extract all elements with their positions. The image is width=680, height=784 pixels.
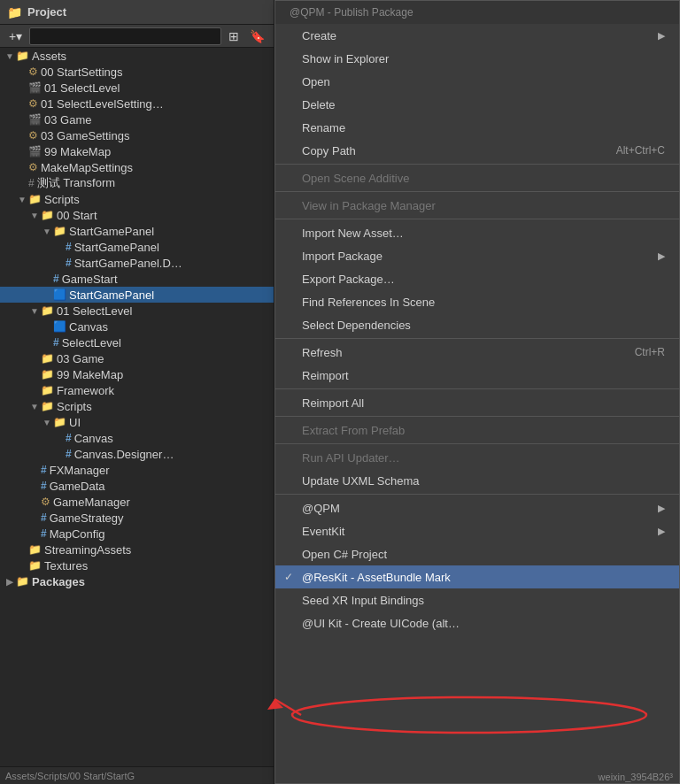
view-package-manager-label: View in Package Manager [302,199,436,212]
menu-item-delete[interactable]: Delete [275,93,679,116]
menu-item-refresh[interactable]: Refresh Ctrl+R [275,341,679,364]
open-label: Open [302,75,330,88]
tree-item[interactable]: ▼📁00 Start [0,207,274,223]
tree-item[interactable]: #测试 Transform [0,175,274,191]
menu-item-ui-kit[interactable]: @UI Kit - Create UICode (alt… [275,611,679,634]
export-package-label: Export Package… [302,273,395,286]
checkmark-icon: ✓ [284,571,293,583]
tree-item[interactable]: ▼📁UI [0,414,274,430]
tree-item[interactable]: 🎬03 Game [0,111,274,127]
menu-item-open-cs-project[interactable]: Open C# Project [275,542,679,565]
create-label: Create [302,29,336,42]
tree-item[interactable]: #GameStrategy [0,510,274,526]
menu-item-export-package[interactable]: Export Package… [275,267,679,290]
tree-item[interactable]: #Canvas.Designer… [0,446,274,462]
menu-item-import-package[interactable]: Import Package ▶ [275,244,679,267]
folder-icon: 📁 [7,5,22,19]
qpm-label: @QPM [302,502,340,515]
tree-item[interactable]: ⚙00 StartSettings [0,64,274,80]
tree-item[interactable]: #SelectLevel [0,334,274,350]
search-input[interactable] [29,27,221,45]
menu-item-create[interactable]: Create ▶ [275,24,679,47]
tree-item[interactable]: 📁99 MakeMap [0,366,274,382]
tree-item[interactable]: ⚙MakeMapSettings [0,159,274,175]
submenu-arrow-icon: ▶ [640,503,665,514]
menu-item-event-kit[interactable]: EventKit ▶ [275,519,679,542]
submenu-arrow-icon: ▶ [640,526,665,537]
tree-item[interactable]: 🟦Canvas [0,319,274,334]
add-button[interactable]: +▾ [5,27,26,45]
submenu-arrow-icon: ▶ [640,250,665,262]
tree-item-selected[interactable]: 🟦StartGamePanel [0,287,274,303]
tree-item[interactable]: #Canvas [0,430,274,446]
menu-item-reskit[interactable]: ✓ @ResKit - AssetBundle Mark [275,565,679,588]
menu-item-select-dependencies[interactable]: Select Dependencies [275,313,679,336]
view-options-button[interactable]: ⊞ [225,27,243,45]
menu-item-import-new-asset[interactable]: Import New Asset… [275,221,679,244]
menu-item-qpm[interactable]: @QPM ▶ [275,496,679,519]
update-uxml-label: Update UXML Schema [302,474,419,488]
seed-xr-label: Seed XR Input Bindings [302,594,424,607]
tree-item[interactable]: 📁03 Game [0,350,274,366]
tree-item[interactable]: ▶📁Packages [0,573,274,589]
tree-item[interactable]: #MapConfig [0,526,274,542]
separator [275,388,679,389]
tree-item[interactable]: #GameStart [0,271,274,287]
tree-item[interactable]: 🎬01 SelectLevel [0,80,274,96]
menu-item-open[interactable]: Open [275,70,679,93]
reimport-label: Reimport [302,369,349,382]
menu-item-reimport[interactable]: Reimport [275,364,679,387]
rename-label: Rename [302,121,345,135]
tree-item[interactable]: #StartGamePanel [0,239,274,255]
separator [275,338,679,339]
menu-item-seed-xr[interactable]: Seed XR Input Bindings [275,588,679,611]
menu-item-update-uxml[interactable]: Update UXML Schema [275,469,679,492]
separator [275,191,679,192]
tree-item[interactable]: ⚙03 GameSettings [0,127,274,143]
open-cs-project-label: Open C# Project [302,548,387,561]
tree-item[interactable]: ▼📁01 SelectLevel [0,303,274,319]
copy-path-label: Copy Path [302,144,356,158]
tree-item[interactable]: #GameData [0,478,274,494]
tree-item[interactable]: ▼📁Scripts [0,191,274,207]
select-dependencies-label: Select Dependencies [302,319,411,332]
tree-item[interactable]: ▼📁Assets [0,48,274,64]
filter-button[interactable]: 🔖 [246,27,268,45]
ui-kit-label: @UI Kit - Create UICode (alt… [302,617,460,630]
menu-item-view-package-manager: View in Package Manager [275,194,679,217]
menu-item-find-references[interactable]: Find References In Scene [275,290,679,313]
menu-item-show-explorer[interactable]: Show in Explorer [275,47,679,70]
menu-item-rename[interactable]: Rename [275,116,679,139]
tree-item[interactable]: ⚙01 SelectLevelSetting… [0,96,274,111]
import-new-asset-label: Import New Asset… [302,227,404,240]
import-package-label: Import Package [302,250,382,263]
menu-item-extract-from-prefab: Extract From Prefab [275,419,679,442]
separator [275,416,679,417]
delete-label: Delete [302,98,336,111]
menu-header: @QPM - Publish Package [275,1,679,24]
tree-item[interactable]: 🎬99 MakeMap [0,143,274,159]
menu-item-copy-path[interactable]: Copy Path Alt+Ctrl+C [275,139,679,162]
menu-item-open-scene-additive: Open Scene Additive [275,166,679,189]
panel-header: 📁 Project [0,0,274,25]
copy-path-shortcut: Alt+Ctrl+C [581,144,665,157]
submenu-arrow-icon: ▶ [640,30,665,42]
tree-item[interactable]: #StartGamePanel.D… [0,255,274,271]
menu-item-reimport-all[interactable]: Reimport All [275,391,679,414]
tree-item[interactable]: 📁Framework [0,382,274,398]
tree-item[interactable]: 📁StreamingAssets [0,542,274,557]
menu-item-run-api-updater: Run API Updater… [275,446,679,469]
project-panel: 📁 Project +▾ ⊞ 🔖 ▼📁Assets ⚙00 StartSetti… [0,0,274,784]
tree-item[interactable]: ⚙GameManager [0,494,274,510]
refresh-shortcut: Ctrl+R [599,346,665,358]
tree-item[interactable]: ▼📁StartGamePanel [0,223,274,239]
separator [275,219,679,219]
tree-item[interactable]: 📁Textures [0,557,274,573]
tree-item[interactable]: ▼📁Scripts [0,398,274,414]
bottom-bar: Assets/Scripts/00 Start/StartG [0,766,274,784]
bottom-path: Assets/Scripts/00 Start/StartG [5,771,135,781]
file-tree: ▼📁Assets ⚙00 StartSettings 🎬01 SelectLev… [0,48,274,766]
tree-item[interactable]: #FXManager [0,462,274,478]
extract-from-prefab-label: Extract From Prefab [302,424,405,437]
separator [275,164,679,165]
